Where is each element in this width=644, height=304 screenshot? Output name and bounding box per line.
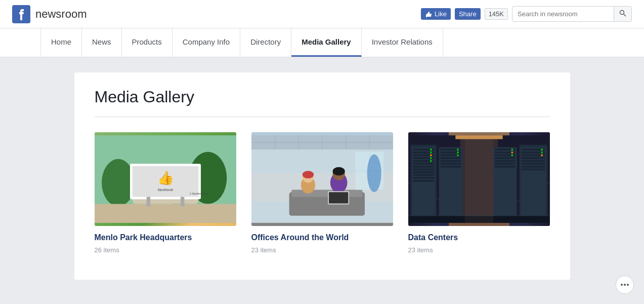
svg-rect-101: [465, 135, 493, 223]
svg-rect-92: [522, 160, 545, 162]
nav-item-company-info[interactable]: Company Info: [173, 28, 240, 57]
svg-point-30: [302, 171, 313, 178]
svg-point-104: [627, 284, 629, 286]
search-icon: [619, 10, 626, 17]
svg-point-74: [457, 155, 459, 157]
svg-line-2: [624, 14, 626, 17]
svg-rect-57: [413, 177, 434, 179]
svg-rect-69: [440, 160, 461, 162]
datacenters-title[interactable]: Data Centers: [408, 233, 550, 242]
search-input[interactable]: [512, 7, 614, 21]
nav-item-investor-relations[interactable]: Investor Relations: [362, 28, 443, 57]
svg-point-103: [624, 284, 626, 286]
svg-point-73: [457, 151, 459, 154]
offices-image: [251, 132, 393, 226]
nav-item-media-gallery[interactable]: Media Gallery: [291, 28, 362, 57]
offices-count: 23 items: [251, 246, 276, 254]
svg-point-72: [457, 148, 459, 150]
svg-point-63: [430, 160, 432, 162]
svg-point-59: [430, 148, 432, 150]
main-content-area: Media Gallery: [0, 72, 644, 280]
offices-thumbnail: [251, 132, 393, 226]
svg-point-83: [511, 148, 513, 150]
svg-point-84: [511, 151, 513, 154]
svg-rect-81: [494, 163, 515, 165]
svg-point-61: [430, 155, 432, 157]
svg-text:1 Hacker Way: 1 Hacker Way: [189, 192, 207, 195]
svg-point-96: [541, 148, 543, 150]
nav-item-products[interactable]: Products: [122, 28, 173, 57]
thumbs-up-icon: [425, 11, 432, 18]
like-label: Like: [435, 10, 447, 18]
svg-point-1: [620, 11, 624, 15]
svg-rect-70: [440, 163, 461, 165]
svg-rect-71: [440, 166, 461, 168]
svg-rect-35: [329, 192, 348, 203]
gallery-grid: 👍 facebook 1 Hacker Way Menlo Park Headq…: [95, 132, 550, 254]
share-button[interactable]: Share: [455, 8, 481, 20]
svg-rect-94: [522, 166, 545, 168]
svg-point-62: [430, 157, 432, 159]
header: newsroom Like Share 145K: [0, 0, 644, 28]
datacenter-scene-svg: [408, 132, 550, 226]
office-scene-svg: [251, 132, 393, 226]
ellipsis-icon: [621, 284, 629, 286]
search-button[interactable]: [614, 7, 631, 21]
svg-rect-91: [522, 157, 545, 159]
svg-rect-16: [180, 197, 184, 207]
gallery-item-datacenters[interactable]: Data Centers 23 items: [408, 132, 550, 254]
media-gallery-section: Media Gallery: [74, 72, 570, 280]
svg-rect-52: [413, 163, 434, 165]
page-title: Media Gallery: [95, 88, 550, 106]
datacenters-thumbnail: [408, 132, 550, 226]
nav-item-home[interactable]: Home: [40, 28, 82, 57]
datacenters-count: 23 items: [408, 246, 433, 254]
svg-rect-58: [413, 180, 434, 182]
gallery-item-menlo-park[interactable]: 👍 facebook 1 Hacker Way Menlo Park Headq…: [95, 132, 236, 254]
svg-point-97: [541, 151, 543, 154]
like-button[interactable]: Like: [421, 8, 451, 20]
svg-point-60: [430, 151, 432, 154]
more-button[interactable]: [616, 276, 634, 294]
svg-rect-54: [413, 169, 434, 171]
svg-rect-15: [146, 197, 150, 207]
svg-rect-27: [291, 190, 362, 197]
svg-point-98: [541, 155, 543, 157]
header-right: Like Share 145K: [421, 6, 632, 22]
header-left: newsroom: [12, 5, 87, 23]
svg-rect-95: [522, 169, 545, 171]
menlo-park-count: 26 items: [95, 246, 119, 254]
svg-point-85: [511, 155, 513, 157]
svg-point-102: [621, 284, 623, 286]
like-count-badge: 145K: [485, 8, 508, 20]
svg-point-4: [102, 159, 135, 206]
facebook-logo-icon: [12, 5, 30, 23]
divider: [95, 117, 550, 117]
search-container: [512, 6, 632, 22]
share-label: Share: [459, 10, 477, 18]
svg-rect-82: [494, 166, 515, 168]
nav-item-directory[interactable]: Directory: [240, 28, 291, 57]
gallery-item-offices[interactable]: Offices Around the World 23 items: [251, 132, 393, 254]
svg-rect-8: [95, 204, 236, 223]
svg-point-33: [332, 167, 345, 176]
hq-scene-svg: 👍 facebook 1 Hacker Way: [95, 132, 236, 226]
nav-item-news[interactable]: News: [82, 28, 122, 57]
offices-title[interactable]: Offices Around the World: [251, 233, 393, 242]
newsroom-title: newsroom: [35, 8, 87, 21]
svg-rect-79: [494, 157, 515, 159]
svg-text:facebook: facebook: [157, 187, 173, 192]
svg-rect-68: [440, 157, 461, 159]
svg-rect-93: [522, 163, 545, 165]
menlo-park-title[interactable]: Menlo Park Headquarters: [95, 233, 236, 242]
svg-rect-53: [413, 166, 434, 168]
menlo-park-thumbnail: 👍 facebook 1 Hacker Way: [95, 132, 236, 226]
main-nav: Home News Products Company Info Director…: [0, 28, 644, 57]
datacenters-image: [408, 132, 550, 226]
svg-text:👍: 👍: [157, 170, 174, 186]
svg-point-39: [367, 155, 381, 193]
svg-rect-80: [494, 160, 515, 162]
svg-rect-56: [413, 174, 434, 176]
menlo-park-image: 👍 facebook 1 Hacker Way: [95, 132, 236, 226]
svg-rect-55: [413, 171, 434, 173]
